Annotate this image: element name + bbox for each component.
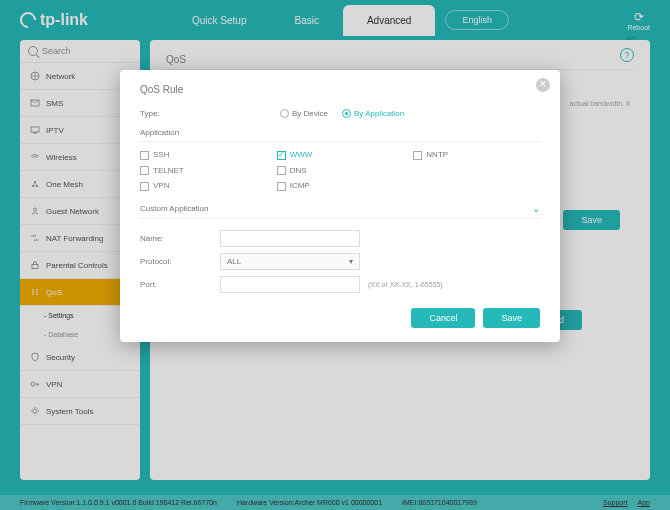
qos-rule-modal: ✕ QoS Rule Type: By Device By Applicatio… [120, 70, 560, 342]
port-label: Port: [140, 280, 220, 289]
app-nntp[interactable]: NNTP [413, 150, 540, 159]
app-www[interactable]: WWW [277, 150, 404, 159]
app-dns[interactable]: DNS [277, 166, 404, 175]
protocol-label: Protocol: [140, 257, 220, 266]
port-hint: (XX or XX-XX, 1-65535) [368, 281, 443, 288]
radio-by-application[interactable]: By Application [342, 109, 404, 118]
name-input[interactable] [220, 230, 360, 247]
application-section: Application [140, 122, 540, 142]
type-label: Type: [140, 109, 220, 118]
modal-save-button[interactable]: Save [483, 308, 540, 328]
app-ssh[interactable]: SSH [140, 150, 267, 159]
chevron-down-icon: ▾ [349, 257, 353, 266]
chevron-down-icon[interactable]: ⌄ [532, 203, 540, 214]
name-label: Name: [140, 234, 220, 243]
modal-title: QoS Rule [140, 84, 540, 95]
app-telnet[interactable]: TELNET [140, 166, 267, 175]
radio-by-device[interactable]: By Device [280, 109, 328, 118]
custom-app-label: Custom Application [140, 204, 208, 213]
protocol-select[interactable]: ALL▾ [220, 253, 360, 270]
port-input[interactable] [220, 276, 360, 293]
cancel-button[interactable]: Cancel [411, 308, 475, 328]
app-vpn[interactable]: VPN [140, 181, 267, 190]
app-icmp[interactable]: ICMP [277, 181, 404, 190]
close-icon[interactable]: ✕ [536, 78, 550, 92]
